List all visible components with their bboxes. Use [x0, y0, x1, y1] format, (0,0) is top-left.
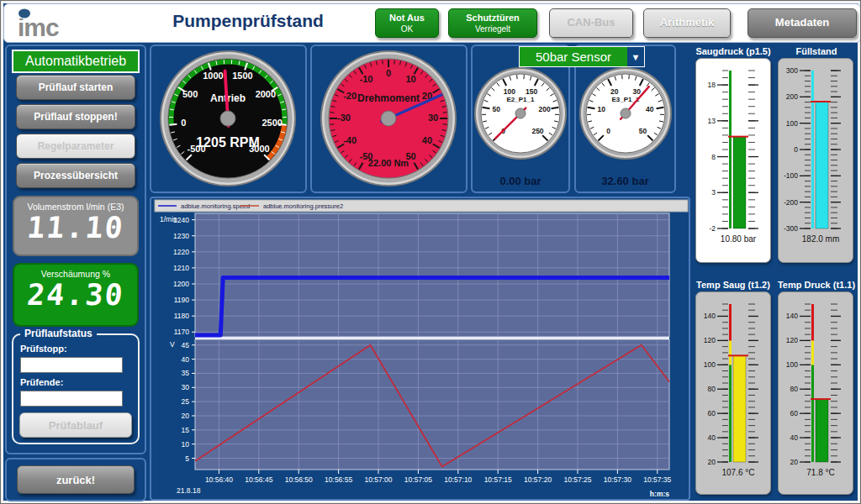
- svg-text:300: 300: [786, 66, 798, 75]
- e2-pressure-value: 0.00 bar: [473, 175, 568, 187]
- svg-text:40: 40: [182, 355, 190, 364]
- sensor-range-dropdown[interactable]: 50bar Sensor ▼: [519, 46, 645, 67]
- temp-druck-meter-graphic: 2040608010012014071.8 °C: [779, 292, 853, 492]
- volumenstrom-value: 11.10: [13, 212, 138, 244]
- drehmoment-gauge: -50-40-30-20-1001020304050Drehmoment22.0…: [312, 46, 466, 192]
- svg-text:100: 100: [504, 87, 515, 96]
- svg-text:10:57:30: 10:57:30: [604, 475, 631, 484]
- svg-text:20: 20: [790, 458, 799, 466]
- svg-text:10: 10: [182, 440, 190, 449]
- fuellstand-meter-graphic: -300-200-1000100200300182.0 mm: [779, 59, 853, 260]
- pruefablauf-button[interactable]: Prüfablauf: [19, 412, 132, 438]
- svg-text:-30: -30: [337, 113, 351, 123]
- svg-text:60: 60: [708, 409, 716, 417]
- svg-text:10:57:00: 10:57:00: [364, 475, 392, 484]
- svg-text:1/min: 1/min: [160, 215, 177, 223]
- svg-text:10:56:50: 10:56:50: [285, 475, 313, 484]
- svg-text:-10: -10: [360, 74, 373, 84]
- regelparameter-button[interactable]: Regelparameter: [16, 134, 135, 159]
- e2-pressure-gauge: 050100150200250E2_P1_1: [473, 65, 568, 167]
- svg-text:-20: -20: [343, 91, 357, 101]
- chevron-down-icon: ▼: [627, 47, 644, 66]
- svg-text:0: 0: [794, 145, 798, 154]
- svg-text:0: 0: [386, 68, 391, 78]
- svg-text:-300: -300: [784, 224, 798, 233]
- svg-text:140: 140: [704, 312, 716, 320]
- svg-text:140: 140: [786, 312, 798, 320]
- svg-text:1000: 1000: [203, 71, 223, 81]
- back-panel: zurück!: [5, 458, 146, 501]
- svg-text:0: 0: [606, 127, 610, 135]
- schutztueren-state: Verriegelt: [475, 24, 510, 34]
- svg-text:10:56:40: 10:56:40: [205, 475, 233, 484]
- svg-text:10:57:20: 10:57:20: [524, 475, 552, 484]
- saugdruck-meter: -238131810.80 bar: [695, 58, 771, 263]
- prueflauf-stoppen-button[interactable]: Prüflauf stoppen!: [16, 104, 135, 129]
- svg-text:30: 30: [428, 113, 438, 123]
- metadaten-button[interactable]: Metadaten: [747, 8, 857, 38]
- svg-text:200: 200: [786, 92, 798, 101]
- svg-text:1500: 1500: [232, 71, 252, 81]
- svg-text:1220: 1220: [173, 248, 189, 256]
- fuellstand-meter: -300-200-1000100200300182.0 mm: [778, 58, 853, 263]
- verschaeumung-display: Verschäumung % 24.30: [13, 263, 139, 327]
- svg-text:40: 40: [422, 135, 432, 145]
- svg-text:40: 40: [708, 433, 716, 442]
- svg-text:10.80 bar: 10.80 bar: [721, 234, 757, 244]
- arithmetik-button[interactable]: Arithmetik: [643, 8, 731, 38]
- pruefende-label: Prüfende:: [20, 377, 63, 387]
- svg-text:30: 30: [632, 87, 641, 96]
- svg-text:18: 18: [708, 81, 716, 89]
- svg-text:250: 250: [531, 127, 543, 135]
- svg-text:-2: -2: [709, 224, 716, 233]
- svg-text:1170: 1170: [174, 328, 190, 336]
- svg-text:100: 100: [704, 360, 716, 369]
- svg-text:8: 8: [711, 153, 716, 161]
- svg-text:1190: 1190: [174, 296, 190, 304]
- metadaten-label: Metadaten: [775, 16, 829, 30]
- svg-text:0: 0: [181, 118, 186, 128]
- temp-saug-meter: 20406080100120140107.6 °C: [695, 291, 771, 495]
- svg-text:200: 200: [539, 105, 551, 113]
- trend-chart: adblue.monitoring.speedadblue.monitoring…: [151, 198, 689, 499]
- prueflaufstatus-legend: Prüflaufstatus: [20, 328, 97, 339]
- svg-text:45: 45: [182, 341, 190, 349]
- pruefende-field[interactable]: [20, 391, 123, 407]
- prueflauf-starten-button[interactable]: Prüflauf starten: [16, 75, 135, 100]
- svg-text:1210: 1210: [173, 264, 189, 272]
- svg-text:13: 13: [708, 117, 716, 125]
- zurueck-button[interactable]: zurück!: [17, 465, 135, 494]
- imc-logo-graphic: imc: [16, 6, 78, 41]
- pruefstopp-field[interactable]: [20, 357, 123, 373]
- page-title: Pumpenprüfstand: [122, 11, 374, 31]
- svg-text:10: 10: [598, 105, 606, 113]
- pruefstopp-label: Prüfstopp:: [20, 344, 67, 354]
- e3-pressure-value: 32.60 bar: [576, 175, 674, 187]
- temp-druck-meter: 2040608010012014071.8 °C: [778, 291, 853, 495]
- can-bus-button[interactable]: CAN-Bus: [549, 8, 633, 38]
- svg-text:20: 20: [182, 412, 190, 420]
- svg-text:1200: 1200: [173, 280, 189, 288]
- svg-text:2500: 2500: [261, 118, 282, 128]
- arithmetik-label: Arithmetik: [660, 16, 714, 30]
- not-aus-button[interactable]: Not Aus OK: [375, 8, 439, 38]
- svg-text:120: 120: [704, 336, 716, 344]
- mode-indicator: Automatikbetrieb: [12, 50, 140, 73]
- svg-text:adblue.monitoring.pressure2: adblue.monitoring.pressure2: [263, 202, 343, 210]
- svg-text:71.8 °C: 71.8 °C: [806, 468, 834, 477]
- svg-text:60: 60: [790, 409, 799, 417]
- svg-text:150: 150: [526, 87, 537, 96]
- schutztueren-button[interactable]: Schutztüren Verriegelt: [448, 8, 537, 38]
- prozessuebersicht-button[interactable]: Prozessübersicht: [16, 163, 135, 188]
- svg-text:1180: 1180: [174, 312, 190, 320]
- svg-text:10:57:10: 10:57:10: [444, 475, 472, 484]
- svg-text:E2_P1_1: E2_P1_1: [507, 96, 535, 103]
- svg-text:-100: -100: [784, 171, 798, 180]
- svg-text:107.6 °C: 107.6 °C: [721, 468, 754, 477]
- svg-text:15: 15: [182, 426, 190, 434]
- imc-logo: imc: [16, 6, 78, 45]
- header: imc Pumpenprüfstand Not Aus OK Schutztür…: [3, 3, 861, 43]
- antrieb-gauge-panel: -500050010001500200025003000Antrieb1205 …: [150, 45, 307, 193]
- svg-text:2000: 2000: [256, 89, 276, 99]
- svg-text:10:57:35: 10:57:35: [643, 475, 671, 484]
